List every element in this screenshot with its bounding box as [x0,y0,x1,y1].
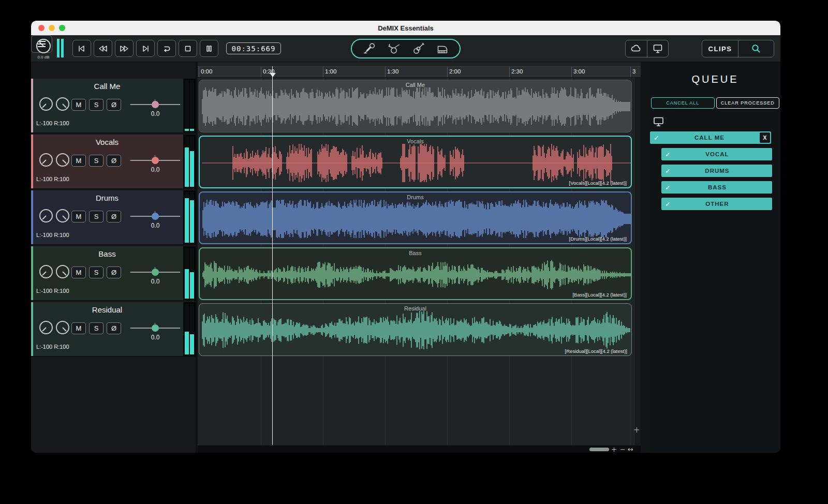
solo-button[interactable]: S [89,322,103,334]
playhead[interactable] [272,66,273,445]
timeline-tick: 0:30 [261,67,261,77]
queue-stem-label: BASS [671,184,764,190]
queue-stem-label: DRUMS [671,168,764,174]
track-header: Drums M S Ø 0.0 L:-100 R:100 [31,190,196,245]
volume-slider[interactable] [130,154,180,167]
queue-stem-row[interactable]: ✓ DRUMS [661,165,772,177]
track-header: Residual M S Ø 0.0 L:-100 R:100 [31,302,196,357]
pan-right-knob[interactable] [56,153,69,167]
scrollbar-thumb[interactable] [589,448,609,451]
horizontal-scrollbar[interactable]: + − ↔ [198,445,641,453]
skip-start-button[interactable] [72,40,91,57]
queue-job-row[interactable]: ✓ CALL ME X [650,131,771,144]
volume-slider[interactable] [130,98,180,111]
phase-button[interactable]: Ø [107,211,121,223]
pan-left-knob[interactable] [39,265,53,278]
audio-clip[interactable]: Drums [Drums][Local][4.2 (latest)] [199,191,632,244]
solo-button[interactable]: S [89,211,103,223]
zoom-fit-button[interactable]: ↔ [628,446,633,453]
track-level-meter [183,79,196,132]
skip-start-icon [77,44,87,53]
pan-left-knob[interactable] [39,209,53,223]
master-gain-label: 0.0 dB [34,55,53,60]
check-icon: ✓ [665,200,671,208]
time-display: 00:35:669 [226,42,281,54]
local-processing-button[interactable] [647,40,668,57]
volume-slider-thumb[interactable] [152,157,159,164]
timeline-tick-label: 0:00 [201,68,212,75]
monitor-icon [652,43,664,54]
pause-icon [204,44,214,53]
stop-icon [183,44,193,53]
phase-button[interactable]: Ø [107,322,121,334]
mute-button[interactable]: M [71,155,86,167]
skip-end-button[interactable] [136,40,155,57]
timeline-tick-label: 2:30 [511,68,523,75]
audio-clip[interactable]: Residual [Residual][Local][4.2 (latest)] [199,303,632,356]
fast-forward-button[interactable] [115,40,134,57]
microphone-icon[interactable] [361,41,378,56]
cloud-processing-button[interactable] [626,40,647,57]
phase-button[interactable]: Ø [107,155,121,167]
audio-clip[interactable]: Call Me [199,80,632,132]
pan-right-knob[interactable] [56,321,69,334]
minimize-window-button[interactable] [49,25,55,31]
remove-job-button[interactable]: X [760,132,770,143]
solo-button[interactable]: S [89,99,103,111]
search-button[interactable] [738,40,774,57]
gain-value: 0.0 [130,166,180,173]
cancel-all-button[interactable]: CANCEL ALL [651,97,715,109]
clips-button[interactable]: CLIPS [702,40,738,57]
solo-button[interactable]: S [89,266,103,278]
pan-right-knob[interactable] [56,97,69,111]
volume-slider-thumb[interactable] [152,101,159,108]
waveform [202,143,631,183]
timeline-ruler[interactable]: 0:000:301:001:302:002:303:003 [198,66,641,78]
phase-button[interactable]: Ø [107,99,121,111]
queue-stem-row[interactable]: ✓ BASS [661,181,772,194]
pan-range-label: L:-100 R:100 [36,120,69,126]
pan-left-knob[interactable] [39,153,53,167]
volume-slider-thumb[interactable] [152,324,159,332]
queue-stem-row[interactable]: ✓ VOCAL [661,148,772,160]
close-window-button[interactable] [38,25,45,31]
arrangement-area: 0:000:301:001:302:002:303:003 Call Me Vo… [198,62,641,453]
vertical-scroll-strip[interactable] [635,78,641,445]
volume-slider[interactable] [130,266,180,278]
app-window: DeMIX Essentials 0.0 dB 00:35:669 [31,21,780,453]
gain-value: 0.0 [130,334,180,341]
volume-slider-thumb[interactable] [152,269,159,276]
solo-button[interactable]: S [89,155,103,167]
volume-slider-thumb[interactable] [152,213,159,220]
phase-button[interactable]: Ø [107,266,121,278]
mute-button[interactable]: M [71,322,86,334]
mute-button[interactable]: M [71,211,86,223]
zoom-out-button[interactable]: − [620,446,626,453]
pan-right-knob[interactable] [56,265,69,278]
audio-clip[interactable]: Vocals [Vocals][Local][4.2 (latest)] [199,136,632,188]
rewind-button[interactable] [94,40,112,57]
guitar-icon[interactable] [409,41,427,56]
track-level-meter [183,302,196,356]
vertical-zoom-button[interactable]: + [633,425,640,435]
loop-button[interactable] [157,40,176,57]
piano-icon[interactable] [434,41,451,56]
queue-stem-label: VOCAL [671,151,764,157]
mute-button[interactable]: M [71,99,86,111]
volume-slider[interactable] [130,210,180,223]
pan-left-knob[interactable] [39,321,53,334]
master-gain-knob[interactable] [36,39,51,53]
mute-button[interactable]: M [71,266,86,278]
pause-button[interactable] [200,40,218,57]
volume-slider[interactable] [130,322,180,334]
pan-left-knob[interactable] [39,97,53,111]
drums-icon[interactable] [385,41,403,56]
clear-processed-button[interactable]: CLEAR PROCESSED [716,97,780,109]
pan-right-knob[interactable] [56,209,69,223]
stop-button[interactable] [179,40,197,57]
queue-stem-row[interactable]: ✓ OTHER [661,198,772,210]
zoom-in-button[interactable]: + [611,446,617,453]
playhead-marker[interactable] [270,73,276,77]
zoom-window-button[interactable] [59,25,65,31]
audio-clip[interactable]: Bass [Bass][Local][4.2 (latest)] [199,247,632,300]
